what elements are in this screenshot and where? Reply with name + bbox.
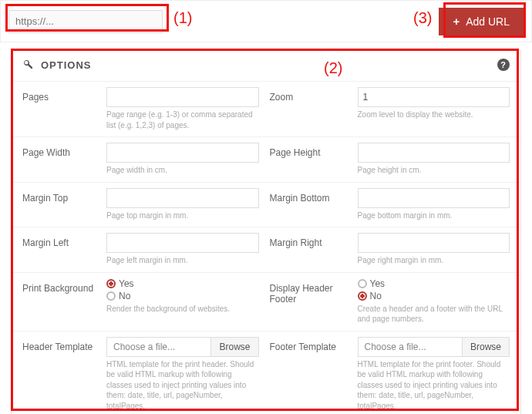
add-url-label: Add URL [466, 15, 510, 28]
top-bar: + Add URL [0, 0, 532, 42]
input-zoom[interactable] [358, 87, 510, 107]
help-header-template: HTML template for the print header. Shou… [106, 359, 259, 412]
radio-print-bg-yes[interactable]: Yes [106, 278, 259, 289]
label-margin-bottom: Margin Bottom [270, 188, 347, 223]
label-page-width: Page Width [22, 143, 96, 177]
help-icon[interactable]: ? [497, 59, 510, 71]
file-picker-header-template[interactable]: Choose a file... Browse [106, 337, 259, 357]
help-display-hf: Create a header and a footer with the UR… [358, 304, 510, 325]
radio-print-bg-no[interactable]: No [106, 291, 259, 301]
label-margin-top: Margin Top [22, 188, 96, 223]
help-pages: Page range (e.g. 1-3) or comma separated… [106, 109, 259, 130]
label-display-header-footer: Display Header Footer [270, 278, 347, 326]
label-margin-left: Margin Left [22, 233, 96, 268]
wrench-icon [22, 59, 33, 72]
help-margin-top: Page top margin in mm. [106, 210, 259, 221]
help-footer-template: HTML template for the print footer. Shou… [358, 359, 510, 412]
options-grid: Pages Page range (e.g. 1-3) or comma sep… [12, 81, 520, 414]
radio-display-hf-no[interactable]: No [358, 291, 510, 301]
help-margin-bottom: Page bottom margin in mm. [358, 210, 510, 221]
url-input[interactable] [8, 10, 163, 33]
radio-display-hf-yes[interactable]: Yes [358, 278, 510, 289]
help-page-width: Page width in cm. [106, 165, 259, 176]
radio-dot-icon [106, 291, 116, 301]
label-zoom: Zoom [270, 87, 347, 132]
input-page-width[interactable] [106, 143, 259, 163]
label-margin-right: Margin Right [270, 233, 347, 268]
input-page-height[interactable] [358, 143, 510, 163]
options-title: OPTIONS [41, 59, 92, 71]
help-zoom: Zoom level to display the website. [358, 109, 510, 120]
input-margin-right[interactable] [358, 233, 510, 253]
input-margin-left[interactable] [106, 233, 259, 253]
add-url-button[interactable]: + Add URL [439, 8, 524, 35]
help-print-bg: Render the background of websites. [106, 304, 259, 315]
label-print-background: Print Background [22, 278, 96, 326]
label-pages: Pages [22, 87, 96, 132]
radio-dot-icon [358, 279, 367, 288]
options-panel: OPTIONS ? Pages Page range (e.g. 1-3) or… [11, 50, 521, 414]
radio-dot-icon [106, 279, 116, 288]
input-margin-bottom[interactable] [358, 188, 510, 208]
radio-dot-icon [358, 291, 367, 301]
plus-icon: + [453, 15, 460, 28]
help-margin-right: Page right margin in mm. [358, 255, 510, 266]
file-picker-footer-template[interactable]: Choose a file... Browse [358, 337, 510, 357]
input-margin-top[interactable] [106, 188, 259, 208]
input-pages[interactable] [106, 87, 259, 107]
label-page-height: Page Height [270, 143, 347, 177]
label-header-template: Header Template [22, 337, 96, 413]
options-header: OPTIONS ? [12, 51, 520, 81]
help-margin-left: Page left margin in mm. [106, 255, 259, 266]
help-page-height: Page height in cm. [358, 165, 510, 176]
browse-button[interactable]: Browse [210, 338, 258, 356]
label-footer-template: Footer Template [270, 337, 347, 413]
browse-button[interactable]: Browse [462, 338, 509, 356]
